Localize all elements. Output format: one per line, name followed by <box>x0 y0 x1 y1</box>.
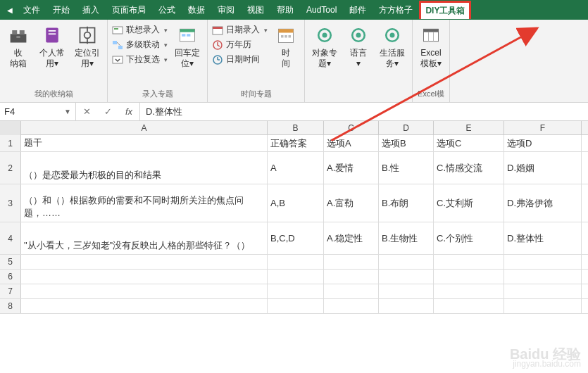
row-header-2[interactable]: 2 <box>0 152 21 184</box>
cell[interactable]: A.稳定性 <box>324 222 379 254</box>
menu-tab-12[interactable]: DIY工具箱 <box>419 1 471 19</box>
menu-tab-0[interactable]: 文件 <box>17 0 46 20</box>
cell[interactable]: 选项A <box>324 135 379 151</box>
dropdown-reselect-button[interactable]: 下拉复选▾ <box>112 53 168 65</box>
menu-tab-6[interactable]: 审阅 <box>211 0 241 20</box>
cell[interactable] <box>324 270 379 284</box>
cancel-button[interactable]: ✕ <box>76 106 97 117</box>
cell[interactable]: C.个别性 <box>434 222 504 254</box>
multi-cascade-button[interactable]: 多级联动▾ <box>112 39 168 51</box>
column-header-F[interactable]: F <box>504 121 582 134</box>
menu-tab-4[interactable]: 公式 <box>152 0 182 20</box>
row-header-7[interactable]: 7 <box>0 284 21 298</box>
cell[interactable] <box>504 284 582 298</box>
cell[interactable]: C.情感交流 <box>434 152 504 184</box>
cell[interactable] <box>21 270 268 284</box>
row-header-3[interactable]: 3 <box>0 184 21 222</box>
ribbon-group-4: Excel 模板▾Excel模 <box>413 20 450 102</box>
cell[interactable]: 题干 <box>21 135 268 151</box>
menu-caret-left[interactable]: ◀ <box>3 6 17 14</box>
column-header-C[interactable]: C <box>324 121 379 134</box>
column-header-B[interactable]: B <box>268 121 324 134</box>
menu-tab-9[interactable]: AudTool <box>300 1 343 19</box>
cell[interactable]: A.富勒 <box>324 184 379 222</box>
date-time-button[interactable]: 日期时间 <box>212 53 268 65</box>
name-box[interactable]: F4 ▼ <box>0 103 76 120</box>
column-header-E[interactable]: E <box>434 121 504 134</box>
cell[interactable] <box>379 270 434 284</box>
cell[interactable] <box>379 255 434 269</box>
language-button[interactable]: 语言 ▾ <box>344 23 373 70</box>
cell[interactable]: B.生物性 <box>379 222 434 254</box>
cell[interactable]: A <box>268 152 324 184</box>
cell[interactable] <box>324 299 379 313</box>
object-topic-button[interactable]: 对象专 题▾ <box>309 23 340 70</box>
cell[interactable] <box>21 255 268 269</box>
cell[interactable] <box>504 299 582 313</box>
row-header-4[interactable]: 4 <box>0 222 21 254</box>
cell[interactable] <box>324 284 379 298</box>
cell[interactable]: D.整体性 <box>504 222 582 254</box>
menu-tab-11[interactable]: 方方格子 <box>373 0 419 20</box>
date-time-icon <box>212 54 223 65</box>
menu-tab-5[interactable]: 数据 <box>182 0 211 20</box>
linked-input-button[interactable]: 联想录入▾ <box>112 24 168 36</box>
row-header-6[interactable]: 6 <box>0 270 21 284</box>
fx-button[interactable]: fx <box>118 106 139 117</box>
personal-use-button[interactable]: 个人常 用▾ <box>37 23 68 70</box>
row-header-8[interactable]: 8 <box>0 299 21 313</box>
cell[interactable]: A,B <box>268 184 324 222</box>
cell[interactable]: B.布朗 <box>379 184 434 222</box>
return-locate-button[interactable]: 回车定 位▾ <box>172 23 203 70</box>
locate-ref-button[interactable]: 定位引 用▾ <box>72 23 103 70</box>
date-input-button[interactable]: 日期录入▾ <box>212 24 268 36</box>
row-header-5[interactable]: 5 <box>0 255 21 269</box>
menu-tab-1[interactable]: 开始 <box>46 0 76 20</box>
storage-box-button[interactable]: 收 纳箱 <box>4 23 32 70</box>
cell[interactable]: A.爱情 <box>324 152 379 184</box>
column-header-A[interactable]: A <box>21 121 268 134</box>
formula-input[interactable]: D.整体性 <box>140 103 588 120</box>
cell[interactable]: C.艾利斯 <box>434 184 504 222</box>
confirm-button[interactable]: ✓ <box>97 106 118 117</box>
cell[interactable] <box>268 284 324 298</box>
cell[interactable]: D.弗洛伊德 <box>504 184 582 222</box>
cell[interactable] <box>504 270 582 284</box>
cell[interactable]: 选项D <box>504 135 582 151</box>
cell[interactable]: B.性 <box>379 152 434 184</box>
cell[interactable] <box>268 299 324 313</box>
menu-tab-2[interactable]: 插入 <box>76 0 106 20</box>
row-header-1[interactable]: 1 <box>0 135 21 151</box>
cell[interactable] <box>434 299 504 313</box>
menu-tab-8[interactable]: 帮助 <box>270 0 300 20</box>
cell[interactable]: D.婚姻 <box>504 152 582 184</box>
menu-tab-10[interactable]: 邮件 <box>343 0 373 20</box>
cell[interactable] <box>268 255 324 269</box>
cell[interactable]: B,C,D <box>268 222 324 254</box>
cell[interactable] <box>21 299 268 313</box>
cell[interactable] <box>379 284 434 298</box>
time-button[interactable]: 时 间 <box>272 23 300 70</box>
cell[interactable] <box>379 299 434 313</box>
cell[interactable] <box>268 270 324 284</box>
cell[interactable]: （）是恋爱最为积极的目的和结果 <box>21 152 268 184</box>
menu-tab-7[interactable]: 视图 <box>241 0 270 20</box>
cell[interactable]: 选项C <box>434 135 504 151</box>
life-service-button[interactable]: 生活服 务▾ <box>377 23 408 70</box>
select-all-corner[interactable] <box>0 121 21 135</box>
cell[interactable] <box>434 284 504 298</box>
cell[interactable]: （）和（）根据教师的需要和不同时期所关注的焦点问题，…… <box>21 184 268 222</box>
cell[interactable] <box>21 284 268 298</box>
cell[interactable]: 正确答案 <box>268 135 324 151</box>
svg-rect-1 <box>12 30 17 34</box>
excel-template-button[interactable]: Excel 模板▾ <box>417 23 445 70</box>
cell[interactable] <box>434 270 504 284</box>
cell[interactable]: "从小看大，三岁知老"没有反映出人格的那些特征？（） <box>21 222 268 254</box>
cell[interactable]: 选项B <box>379 135 434 151</box>
perpetual-calendar-button[interactable]: 万年历 <box>212 39 268 51</box>
cell[interactable] <box>504 255 582 269</box>
menu-tab-3[interactable]: 页面布局 <box>106 0 152 20</box>
cell[interactable] <box>324 255 379 269</box>
cell[interactable] <box>434 255 504 269</box>
column-header-D[interactable]: D <box>379 121 434 134</box>
